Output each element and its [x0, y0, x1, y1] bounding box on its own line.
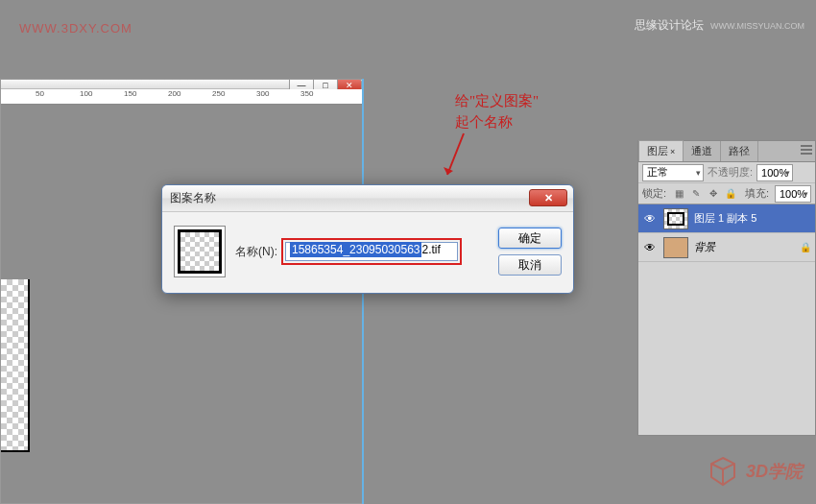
document-chrome: — □ ✕: [1, 80, 362, 89]
layer-name: 图层 1 副本 5: [694, 211, 756, 226]
layer-name-bg: 背景: [694, 240, 715, 254]
dialog-titlebar[interactable]: 图案名称 ✕: [162, 185, 573, 212]
name-row: 名称(N): 15865354_230950305632.tif: [235, 238, 462, 265]
fill-label: 填充:: [745, 186, 769, 201]
name-label: 名称(N):: [235, 244, 277, 260]
ruler-tick: 350: [300, 89, 313, 98]
panel-menu-icon[interactable]: [800, 144, 813, 156]
ruler-tick: 100: [80, 89, 92, 98]
dialog-body: 名称(N): 15865354_230950305632.tif 确定 取消: [162, 212, 573, 293]
lock-fill-row: 锁定: ▦ ✎ ✥ 🔒 填充: 100%: [638, 183, 815, 204]
horizontal-ruler: 50 100 150 200 250 300 350: [1, 89, 362, 105]
lock-paint-icon[interactable]: ✎: [689, 187, 703, 201]
transparent-strip: [1, 279, 30, 452]
blend-mode-dropdown[interactable]: 正常: [642, 164, 704, 181]
watermark-left: WWW.3DXY.COM: [19, 21, 132, 36]
pattern-name-dialog: 图案名称 ✕ 名称(N): 15865354_230950305632.tif …: [161, 184, 574, 294]
layer-thumbnail: [663, 208, 688, 229]
dialog-close-button[interactable]: ✕: [529, 189, 567, 206]
opacity-label: 不透明度:: [708, 165, 753, 180]
input-selected-text: 15865354_23095030563: [290, 242, 421, 257]
opacity-value[interactable]: 100%: [756, 164, 793, 181]
pattern-thumbnail-inner: [178, 229, 222, 274]
lock-all-icon[interactable]: 🔒: [724, 187, 737, 201]
dialog-buttons: 确定 取消: [498, 228, 562, 276]
logo-text: 3D学院: [746, 460, 803, 483]
tab-channels[interactable]: 通道: [684, 141, 721, 161]
watermark-right-sub: WWW.MISSYUAN.COM: [710, 21, 804, 31]
pattern-thumbnail: [174, 226, 226, 277]
ruler-tick: 150: [124, 89, 136, 98]
watermark-right-main: 思缘设计论坛: [635, 18, 704, 32]
blend-opacity-row: 正常 不透明度: 100%: [638, 162, 815, 183]
cube-icon: [708, 456, 738, 487]
lock-label: 锁定:: [642, 186, 666, 201]
document-canvas[interactable]: [1, 105, 362, 503]
layer-item-copy5[interactable]: 👁 图层 1 副本 5: [638, 204, 815, 233]
annotation-arrow: [440, 129, 468, 189]
ruler-tick: 250: [212, 89, 225, 98]
watermark-right: 思缘设计论坛 WWW.MISSYUAN.COM: [635, 17, 804, 34]
tab-paths[interactable]: 路径: [721, 141, 758, 161]
layer-item-background[interactable]: 👁 背景 🔒: [638, 233, 815, 262]
cancel-button[interactable]: 取消: [498, 254, 562, 276]
logo-3d-academy: 3D学院: [708, 456, 803, 487]
lock-transparent-icon[interactable]: ▦: [672, 187, 685, 201]
panel-tabs: 图层× 通道 路径: [638, 141, 815, 162]
ruler-tick: 200: [168, 89, 180, 98]
name-input-highlight: 15865354_230950305632.tif: [281, 238, 462, 265]
lock-move-icon[interactable]: ✥: [707, 187, 720, 201]
dialog-title: 图案名称: [170, 190, 216, 206]
layers-panel: 图层× 通道 路径 正常 不透明度: 100% 锁定: ▦ ✎ ✥ 🔒 填充: …: [637, 140, 816, 436]
tab-layers[interactable]: 图层×: [638, 140, 684, 161]
input-rest-text: 2.tif: [421, 243, 440, 256]
annotation-line1: 给"定义图案": [455, 90, 539, 111]
pattern-name-input[interactable]: 15865354_230950305632.tif: [285, 242, 458, 261]
layer-thumbnail-bg: [663, 237, 688, 258]
layer-lock-icon: 🔒: [800, 242, 811, 252]
layers-empty-area: [638, 262, 815, 435]
visibility-icon[interactable]: 👁: [642, 211, 658, 227]
ok-button[interactable]: 确定: [498, 228, 562, 249]
lock-icons: ▦ ✎ ✥ 🔒: [672, 187, 737, 201]
ruler-tick: 300: [256, 89, 269, 98]
fill-value[interactable]: 100%: [775, 185, 811, 203]
tutorial-annotation: 给"定义图案" 起个名称: [455, 90, 539, 132]
tab-layers-label: 图层: [647, 145, 668, 156]
visibility-icon[interactable]: 👁: [642, 240, 658, 255]
ruler-tick: 50: [36, 89, 44, 98]
tab-close-icon[interactable]: ×: [670, 147, 675, 156]
